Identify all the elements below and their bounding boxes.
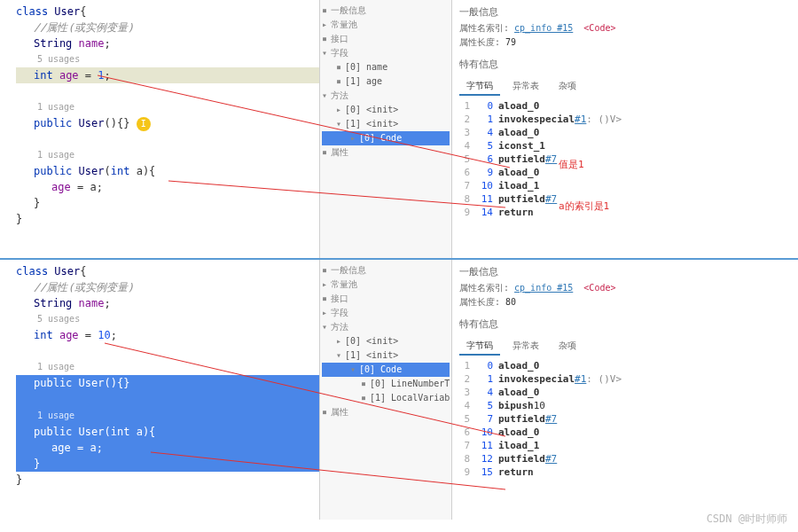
structure-tree-top[interactable]: ▪一般信息 ▸常量池 ▪接口 ▾字段 ▪[0] name ▪[1] age ▾方… bbox=[319, 0, 452, 258]
top-panel: class User{ //属性(或实例变量) String name; 5 u… bbox=[0, 0, 798, 260]
bottom-panel: class User{ //属性(或实例变量) String name; 5 u… bbox=[0, 260, 798, 520]
tab-bytecode[interactable]: 字节码 bbox=[459, 78, 500, 96]
watermark: CSDN @时时师师 bbox=[707, 512, 787, 527]
bytecode-tabs[interactable]: 字节码 异常表 杂项 bbox=[459, 78, 791, 96]
info-pane-bottom: 一般信息 属性名索引: cp_info #15 <Code> 属性长度: 80 … bbox=[452, 260, 798, 520]
code-editor-top[interactable]: class User{ //属性(或实例变量) String name; 5 u… bbox=[0, 0, 319, 258]
tab-exceptions[interactable]: 异常表 bbox=[505, 78, 546, 94]
tree-selected[interactable]: ▸[0] Code bbox=[322, 131, 450, 145]
code-editor-bottom[interactable]: class User{ //属性(或实例变量) String name; 5 u… bbox=[0, 260, 319, 520]
structure-tree-bottom[interactable]: ▪一般信息 ▸常量池 ▪接口 ▸字段 ▾方法 ▸[0] <init> ▾[1] … bbox=[319, 260, 452, 520]
cursor-icon: I bbox=[137, 117, 151, 131]
bytecode-list-bottom: 10 aload_021 invokespecial #1 : ()V>34 a… bbox=[459, 359, 791, 479]
tree-selected[interactable]: ▾[0] Code bbox=[322, 363, 450, 377]
bytecode-list-top: 10 aload_021 invokespecial #1 : ()V>34 a… bbox=[459, 99, 791, 219]
bytecode-tabs[interactable]: 字节码 异常表 杂项 bbox=[459, 338, 791, 356]
tab-misc[interactable]: 杂项 bbox=[552, 78, 583, 94]
info-pane-top: 一般信息 属性名索引: cp_info #15 <Code> 属性长度: 79 … bbox=[452, 0, 798, 258]
